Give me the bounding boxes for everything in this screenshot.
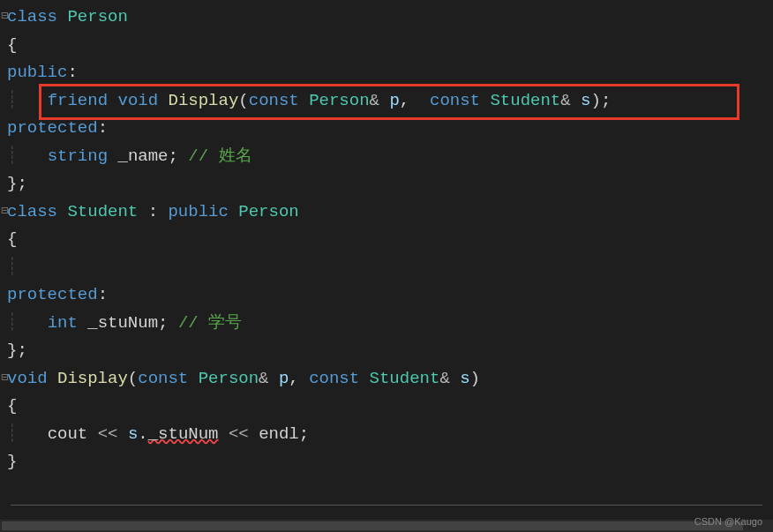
code-token: const (309, 369, 369, 388)
horizontal-scrollbar[interactable] (0, 520, 773, 532)
code-token: const (430, 91, 490, 110)
code-token: endl (259, 424, 299, 444)
code-token: . (138, 424, 147, 444)
code-token: _stuNum (148, 424, 219, 444)
watermark-text: CSDN @Kaugo (694, 516, 762, 527)
code-token: & (259, 369, 279, 388)
code-token: Person (199, 369, 259, 388)
code-token: Student (67, 202, 147, 221)
code-token: s (128, 424, 138, 444)
code-token: cout (48, 424, 98, 444)
code-token: : (67, 63, 77, 82)
indent-guide: ┊ (7, 91, 48, 110)
cursor-indicator (11, 505, 762, 506)
code-token: Person (238, 202, 298, 221)
code-token: p (389, 91, 399, 110)
code-token: & (439, 369, 460, 388)
code-token: ); (590, 91, 611, 110)
scrollbar-thumb[interactable] (2, 521, 743, 530)
code-token: } (7, 452, 17, 471)
code-token: & (370, 91, 390, 110)
code-editor[interactable]: ⊟class Person{public:┊ friend void Displ… (0, 0, 773, 480)
code-token: & (560, 91, 581, 110)
code-line[interactable]: ┊ friend void Display(const Person& p, c… (7, 87, 773, 116)
code-token: Person (309, 91, 369, 110)
code-token: s (581, 91, 590, 110)
code-token: { (7, 229, 17, 249)
code-token: ( (238, 91, 248, 110)
fold-collapse-icon[interactable]: ⊟ (1, 201, 8, 221)
code-token: s (460, 369, 469, 388)
code-token: void (7, 369, 57, 388)
code-token: friend (48, 91, 118, 110)
code-token: // 学号 (178, 313, 242, 333)
code-token: : (148, 202, 169, 221)
code-token: ; (158, 313, 178, 333)
code-token: _name (117, 146, 168, 166)
code-token: { (7, 35, 17, 55)
code-line[interactable]: } (7, 448, 773, 476)
indent-guide: ┊ (7, 313, 48, 333)
code-line[interactable]: ⊟class Student : public Person (7, 199, 773, 227)
indent-guide: ┊ (7, 424, 48, 444)
code-token: public (7, 63, 67, 82)
code-line[interactable]: { (7, 226, 773, 254)
code-token: protected (7, 118, 98, 138)
code-token: << (219, 424, 259, 444)
code-token: _stuNum (87, 313, 158, 333)
indent-guide: ┊ (7, 146, 48, 166)
code-token: class (7, 202, 67, 221)
code-line[interactable]: { (7, 32, 773, 60)
code-token: , (289, 369, 309, 388)
code-token: ( (128, 369, 138, 388)
code-token: public (168, 202, 238, 221)
code-line[interactable]: }; (7, 170, 773, 199)
code-token: : (98, 285, 108, 304)
code-token: p (279, 369, 289, 388)
code-token: Display (169, 91, 239, 110)
code-token: }; (7, 174, 27, 193)
code-token: Person (67, 7, 127, 26)
code-token: protected (7, 285, 98, 304)
code-token: const (249, 91, 309, 110)
code-line[interactable]: ┊ (7, 254, 773, 282)
code-token: Display (57, 369, 128, 388)
code-line[interactable]: ┊ int _stuNum; // 学号 (7, 310, 773, 338)
code-line[interactable]: ┊ string _name; // 姓名 (7, 143, 773, 171)
code-line[interactable]: ⊟class Person (7, 4, 773, 32)
code-token: ; (299, 424, 309, 444)
code-line[interactable]: public: (7, 59, 773, 87)
code-token: // 姓名 (188, 146, 251, 166)
code-line[interactable]: }; (7, 337, 773, 365)
code-token: : (98, 118, 108, 138)
code-token: ; (169, 146, 189, 166)
code-token: Student (490, 91, 560, 110)
code-token: ) (470, 369, 480, 388)
fold-collapse-icon[interactable]: ⊟ (1, 368, 8, 388)
code-token: , (400, 91, 430, 110)
code-line[interactable]: protected: (7, 115, 773, 143)
code-token: { (7, 396, 17, 416)
code-line[interactable]: { (7, 393, 773, 421)
code-token: }; (7, 341, 27, 360)
code-line[interactable]: ┊ cout << s._stuNum << endl; (7, 421, 773, 449)
indent-guide: ┊ (7, 258, 17, 277)
code-token: void (117, 91, 168, 110)
code-line[interactable]: ⊟void Display(const Person& p, const Stu… (7, 365, 773, 393)
code-token: string (48, 146, 118, 166)
code-token: << (98, 424, 128, 444)
code-token: class (7, 7, 67, 26)
code-token: const (138, 369, 198, 388)
fold-collapse-icon[interactable]: ⊟ (1, 6, 8, 26)
code-token: Student (370, 369, 440, 388)
code-line[interactable]: protected: (7, 281, 773, 310)
code-token: int (48, 313, 88, 333)
